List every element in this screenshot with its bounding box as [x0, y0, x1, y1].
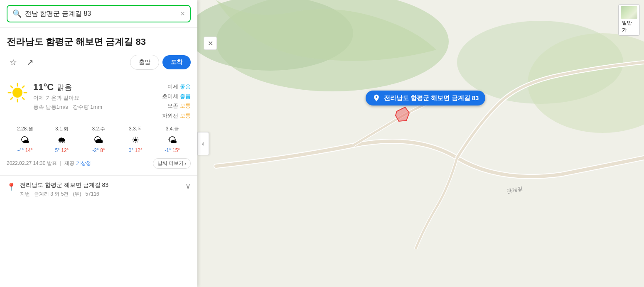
weather-temp: 11°C: [33, 82, 54, 93]
sidebar-panel: 🔍 × 전라남도 함평군 해보면 금계길 83 ☆ ↗ 출발 도착: [0, 0, 197, 287]
place-actions: ☆ ↗ 출발 도착: [7, 55, 191, 70]
forecast-date-4: 3.3.목: [117, 125, 154, 132]
air-quality-ultra-fine: 초미세 좋음: [162, 91, 191, 101]
weather-wind: 풍속 남동1m/s 강수량 1mm: [33, 103, 162, 111]
share-button[interactable]: ↗: [23, 56, 37, 69]
svg-line-13: [22, 86, 24, 88]
place-header: 전라남도 함평군 해보면 금계길 83 ☆ ↗ 출발 도착: [0, 28, 197, 75]
weather-source-link[interactable]: 기상청: [76, 160, 91, 167]
svg-point-6: [12, 88, 22, 98]
forecast-icon-1: 🌤: [7, 135, 44, 146]
svg-line-12: [22, 98, 24, 99]
search-input-wrapper[interactable]: 🔍 ×: [7, 5, 191, 22]
map-close-button[interactable]: ✕: [204, 37, 217, 50]
address-sub: 지번 금계리 3 외 5건 (우) 57116: [20, 191, 185, 198]
air-quality-uv: 자외선 보통: [162, 111, 191, 120]
forecast-icon-5: 🌤: [154, 135, 191, 146]
weather-temp-row: 11°C 맑음: [33, 82, 162, 93]
weather-yesterday: 어제 기온과 같아요: [33, 94, 162, 102]
map-pin-icon: [372, 94, 381, 102]
forecast-day-2: 3.1.화 🌧 5° 12°: [44, 125, 81, 153]
forecast-date-2: 3.1.화: [44, 125, 81, 132]
weather-air-quality: 미세 좋음 초미세 좋음 오존 보통 자외선 보통: [162, 82, 191, 121]
weather-description: 맑음: [57, 82, 72, 92]
sidebar-collapse-button[interactable]: ‹: [197, 132, 209, 155]
postal-value: 57116: [85, 191, 99, 197]
svg-line-11: [11, 86, 12, 88]
map-type-button[interactable]: 일반가: [618, 4, 640, 36]
favorite-button[interactable]: ☆: [7, 56, 20, 69]
map-pin-text: 전라남도 함평군 해보면 금계길 83: [384, 94, 479, 102]
forecast-temps-3: -2° 8°: [80, 147, 117, 153]
air-quality-ozone: 오존 보통: [162, 101, 191, 110]
forecast-temps-5: -1° 15°: [154, 147, 191, 153]
search-icon: 🔍: [12, 9, 22, 18]
map-type-label: 일반가: [622, 20, 636, 34]
forecast-date-3: 3.2.수: [80, 125, 117, 132]
favorite-icon: ☆: [10, 57, 17, 67]
weather-wind-speed: 풍속 남동1m/s: [33, 104, 68, 110]
address-main: 전라남도 함평군 해보면 금계길 83: [20, 182, 185, 189]
jibun-value: 금계리 3 외 5건: [34, 191, 69, 197]
forecast-day-4: 3.3.목 ☀ 0° 12°: [117, 125, 154, 153]
departure-button[interactable]: 출발: [130, 55, 159, 70]
address-section: 📍 전라남도 함평군 해보면 금계길 83 지번 금계리 3 외 5건 (우) …: [0, 176, 197, 204]
forecast-date-1: 2.28.월: [7, 125, 44, 132]
weather-rainfall: 강수량 1mm: [73, 104, 103, 110]
weather-sun-icon: [7, 82, 28, 103]
svg-line-14: [11, 98, 12, 99]
weather-current: 11°C 맑음 어제 기온과 같아요 풍속 남동1m/s 강수량 1mm 미세 …: [7, 82, 191, 121]
forecast-day-3: 3.2.수 🌥 -2° 8°: [80, 125, 117, 153]
forecast-row: 2.28.월 🌤 -4° 14° 3.1.화 🌧 5° 12° 3.2.수 🌥: [7, 125, 191, 153]
weather-section: 11°C 맑음 어제 기온과 같아요 풍속 남동1m/s 강수량 1mm 미세 …: [0, 75, 197, 176]
address-expand-button[interactable]: ∨: [185, 182, 191, 191]
forecast-day-1: 2.28.월 🌤 -4° 14°: [7, 125, 44, 153]
map-pin-label[interactable]: 전라남도 함평군 해보면 금계길 83: [366, 91, 485, 105]
forecast-icon-2: 🌧: [44, 135, 81, 146]
forecast-icon-3: 🌥: [80, 135, 117, 146]
air-quality-fine: 미세 좋음: [162, 82, 191, 91]
share-icon: ↗: [27, 57, 34, 67]
address-icon: 📍: [7, 182, 16, 191]
map-type-thumbnail: [621, 6, 637, 19]
forecast-icon-4: ☀: [117, 135, 154, 146]
forecast-day-5: 3.4.금 🌤 -1° 15°: [154, 125, 191, 153]
place-title: 전라남도 함평군 해보면 금계길 83: [7, 36, 191, 48]
forecast-temps-1: -4° 14°: [7, 147, 44, 153]
weather-more-label: 날씨 더보기: [157, 160, 184, 167]
weather-more-button[interactable]: 날씨 더보기 ›: [153, 158, 191, 169]
weather-main: 11°C 맑음 어제 기온과 같아요 풍속 남동1m/s 강수량 1mm: [33, 82, 162, 111]
arrive-button[interactable]: 도착: [162, 55, 191, 69]
weather-published: 2022.02.27 14:30 발표: [7, 160, 57, 167]
search-clear-button[interactable]: ×: [180, 10, 185, 18]
forecast-date-5: 3.4.금: [154, 125, 191, 132]
weather-footer: 2022.02.27 14:30 발표 ｜ 제공 기상청 날씨 더보기 ›: [7, 158, 191, 169]
search-input[interactable]: [25, 10, 180, 17]
forecast-temps-2: 5° 12°: [44, 147, 81, 153]
forecast-temps-4: 0° 12°: [117, 147, 154, 153]
collapse-icon: ‹: [202, 140, 204, 147]
address-content: 전라남도 함평군 해보면 금계길 83 지번 금계리 3 외 5건 (우) 57…: [20, 182, 185, 198]
search-bar: 🔍 ×: [0, 0, 197, 28]
postal-label: (우): [73, 191, 81, 197]
jibun-label: 지번: [20, 191, 30, 197]
weather-more-arrow: ›: [184, 161, 186, 167]
